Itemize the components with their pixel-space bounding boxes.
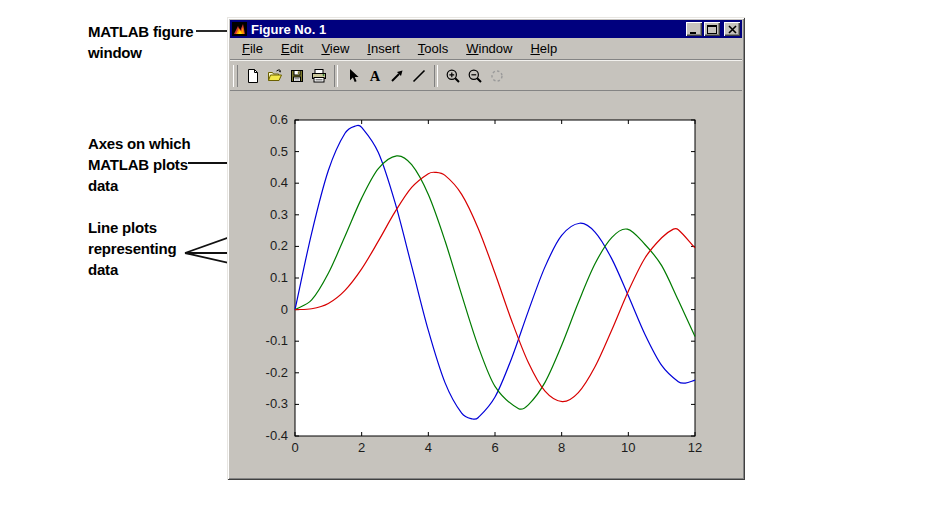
zoom-in-button[interactable] <box>442 65 464 87</box>
y-tick-label: -0.4 <box>266 428 288 443</box>
rotate-3d-button[interactable] <box>486 65 508 87</box>
y-tick-label: -0.1 <box>266 333 288 348</box>
y-tick-label: 0.5 <box>270 144 288 159</box>
window-title: Figure No. 1 <box>251 22 686 37</box>
y-tick-label: 0.1 <box>270 270 288 285</box>
axes-plot[interactable]: 024681012-0.4-0.3-0.2-0.100.10.20.30.40.… <box>230 91 742 477</box>
new-file-icon <box>245 68 261 84</box>
menu-edit[interactable]: Edit <box>272 39 312 58</box>
pointer-icon <box>345 68 361 84</box>
line-annotation-icon <box>411 68 427 84</box>
rotate-3d-icon <box>489 68 505 84</box>
matlab-icon <box>232 22 247 36</box>
x-tick-label: 0 <box>291 440 298 455</box>
y-tick-label: 0.6 <box>270 112 288 127</box>
close-icon <box>728 25 737 34</box>
title-bar[interactable]: Figure No. 1 <box>230 20 742 38</box>
figure-window: Figure No. 1 FileEditViewInsertToolsWind… <box>227 17 745 480</box>
x-tick-label: 4 <box>425 440 432 455</box>
open-file-icon <box>267 68 283 84</box>
menu-tools[interactable]: Tools <box>409 39 457 58</box>
y-tick-label: -0.3 <box>266 396 288 411</box>
x-tick-label: 12 <box>688 440 702 455</box>
arrow-annotation-icon <box>389 68 405 84</box>
callout-axes: Axes on which MATLAB plots data <box>88 133 218 196</box>
window-controls <box>686 22 740 36</box>
maximize-icon <box>707 25 717 34</box>
menu-window[interactable]: Window <box>457 39 521 58</box>
menu-file[interactable]: File <box>233 39 272 58</box>
zoom-out-icon <box>467 68 483 84</box>
open-file-button[interactable] <box>264 65 286 87</box>
menu-insert[interactable]: Insert <box>358 39 409 58</box>
y-tick-label: 0.3 <box>270 207 288 222</box>
y-tick-label: 0 <box>281 302 288 317</box>
menu-bar: FileEditViewInsertToolsWindowHelp <box>230 38 742 60</box>
new-file-button[interactable] <box>242 65 264 87</box>
text-annotation-button[interactable]: A <box>364 65 386 87</box>
y-tick-label: 0.4 <box>270 175 288 190</box>
page-background: MATLAB figure window Axes on which MATLA… <box>0 0 949 513</box>
toolbar-separator <box>434 65 438 87</box>
callout-figure-window: MATLAB figure window <box>88 21 208 63</box>
svg-text:A: A <box>370 68 381 84</box>
menu-help[interactable]: Help <box>521 39 566 58</box>
y-tick-label: -0.2 <box>266 365 288 380</box>
figure-canvas: 024681012-0.4-0.3-0.2-0.100.10.20.30.40.… <box>230 91 742 477</box>
zoom-out-button[interactable] <box>464 65 486 87</box>
minimize-icon <box>689 25 699 34</box>
x-tick-label: 6 <box>491 440 498 455</box>
maximize-button[interactable] <box>704 22 720 36</box>
x-tick-label: 2 <box>358 440 365 455</box>
toolbar: A <box>230 61 742 91</box>
x-tick-label: 8 <box>558 440 565 455</box>
menu-view[interactable]: View <box>312 39 358 58</box>
save-icon <box>289 68 305 84</box>
close-button[interactable] <box>724 22 740 36</box>
y-tick-label: 0.2 <box>270 238 288 253</box>
toolbar-drag-handle[interactable] <box>233 65 238 87</box>
minimize-button[interactable] <box>686 22 702 36</box>
text-annotation-icon: A <box>367 68 383 84</box>
callout-line-plots: Line plots representing data <box>88 217 218 280</box>
arrow-annotation-button[interactable] <box>386 65 408 87</box>
pointer-button[interactable] <box>342 65 364 87</box>
line-annotation-button[interactable] <box>408 65 430 87</box>
zoom-in-icon <box>445 68 461 84</box>
print-icon <box>311 68 327 84</box>
x-tick-label: 10 <box>621 440 635 455</box>
save-button[interactable] <box>286 65 308 87</box>
print-button[interactable] <box>308 65 330 87</box>
toolbar-separator <box>334 65 338 87</box>
